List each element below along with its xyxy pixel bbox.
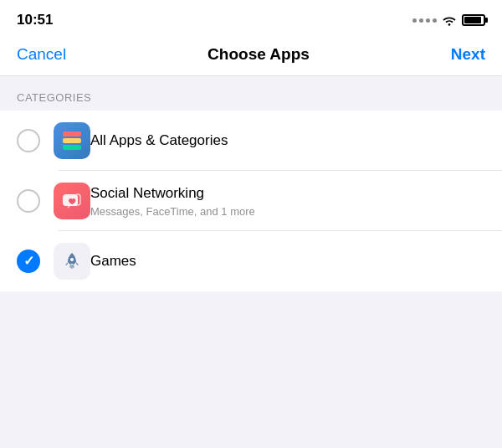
all-apps-title: All Apps & Categories	[90, 131, 485, 150]
page-title: Choose Apps	[207, 45, 310, 64]
social-networking-subtitle: Messages, FaceTime, and 1 more	[90, 205, 485, 218]
social-networking-title: Social Networking	[90, 184, 485, 203]
wifi-icon	[442, 14, 457, 26]
list-item[interactable]: Social Networking Messages, FaceTime, an…	[0, 171, 502, 231]
radio-social-networking[interactable]	[17, 189, 40, 213]
status-icons	[412, 14, 485, 26]
games-title: Games	[90, 252, 485, 270]
checkmark-icon: ✓	[23, 255, 34, 268]
radio-games[interactable]: ✓	[17, 250, 40, 273]
social-networking-icon	[54, 183, 90, 219]
battery-icon	[462, 14, 485, 26]
games-text: Games	[90, 252, 485, 270]
section-header: CATEGORIES	[0, 76, 502, 111]
social-icon-svg	[61, 190, 83, 212]
social-networking-text: Social Networking Messages, FaceTime, an…	[90, 184, 485, 217]
rocket-icon-svg	[60, 250, 84, 273]
all-apps-text: All Apps & Categories	[90, 131, 485, 150]
games-icon	[54, 243, 90, 280]
radio-all-apps[interactable]	[17, 129, 40, 152]
signal-dots-icon	[412, 18, 437, 23]
next-button[interactable]: Next	[451, 45, 485, 64]
status-time: 10:51	[17, 12, 53, 28]
status-bar: 10:51	[0, 0, 502, 37]
list-item[interactable]: ✓ Games	[0, 231, 502, 291]
all-apps-icon	[54, 122, 90, 159]
cancel-button[interactable]: Cancel	[17, 45, 66, 64]
categories-list: All Apps & Categories Social Networking …	[0, 111, 502, 291]
list-item[interactable]: All Apps & Categories	[0, 111, 502, 171]
svg-point-1	[70, 258, 74, 261]
nav-bar: Cancel Choose Apps Next	[0, 37, 502, 76]
